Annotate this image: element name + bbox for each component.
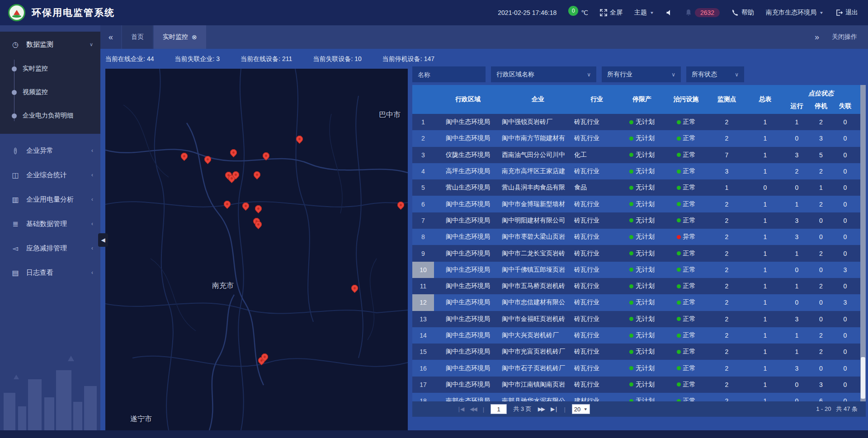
- table-row[interactable]: 1阆中生态环境局阆中强锐页岩砖厂砖瓦行业无计划正常21120: [412, 114, 860, 130]
- table-scrollbar[interactable]: [860, 85, 866, 401]
- table-row[interactable]: 8阆中生态环境局阆中市枣碧大梁山页岩砖瓦行业无计划异常21300: [412, 229, 860, 245]
- cell-industry: 砖瓦行业: [574, 278, 619, 294]
- cell-production-limit: 无计划: [619, 147, 665, 163]
- table-row[interactable]: 14阆中生态环境局阆中大兴页岩机砖厂砖瓦行业无计划正常21120: [412, 327, 860, 344]
- sidebar-item[interactable]: ▤日志查看‹: [0, 260, 100, 285]
- sidebar-item[interactable]: !企业异常‹: [0, 138, 100, 163]
- fullscreen-button[interactable]: 全屏: [600, 9, 623, 17]
- sidebar-subitem[interactable]: 视频监控: [0, 80, 100, 104]
- table-row[interactable]: 3仪陇生态环境局西南油气田分公司川中化工无计划正常71350: [412, 147, 860, 163]
- table-row[interactable]: 5营山生态环境局营山县润丰肉食品有限食品无计划正常10010: [412, 179, 860, 196]
- sidebar-collapse-button[interactable]: ◀: [98, 233, 108, 247]
- status-filter-select[interactable]: 所有状态 ∨: [686, 66, 744, 82]
- logout-button[interactable]: 退出: [835, 9, 858, 17]
- table-row[interactable]: 15阆中生态环境局阆中市光富页岩机砖厂砖瓦行业无计划正常21120: [412, 344, 860, 360]
- table-row[interactable]: 2阆中生态环境局阆中市南方节能建材有砖瓦行业无计划正常21030: [412, 130, 860, 146]
- status-dot-green: [677, 350, 681, 354]
- table-row[interactable]: 17阆中生态环境局阆中市江南镇阆南页岩砖瓦行业无计划正常21030: [412, 377, 860, 393]
- status-dot-green: [677, 317, 681, 321]
- page-number-input[interactable]: [491, 404, 507, 414]
- sidebar-subitem[interactable]: 实时监控: [0, 57, 100, 80]
- table-row[interactable]: 4高坪生态环境局南充市高坪区王家店建砖瓦行业无计划正常31220: [412, 163, 860, 179]
- cell-running: 1: [784, 278, 809, 294]
- cell-offline: 0: [833, 229, 858, 245]
- phone-icon: [731, 9, 739, 16]
- cell-production-limit: 无计划: [619, 179, 665, 196]
- table-row[interactable]: 9阆中生态环境局阆中市二龙长宝页岩砖砖瓦行业无计划正常21120: [412, 245, 860, 261]
- close-icon[interactable]: ⊗: [192, 33, 197, 41]
- cell-production-limit: 无计划: [619, 163, 665, 179]
- cell-region: 阆中生态环境局: [434, 311, 502, 327]
- table-row[interactable]: 16阆中生态环境局阆中市石子页岩机砖厂砖瓦行业无计划正常21300: [412, 360, 860, 376]
- sound-toggle[interactable]: [666, 9, 673, 16]
- cell-stopped: 2: [809, 163, 833, 179]
- cell-total-meters: 1: [746, 196, 784, 212]
- cell-running: 1: [784, 344, 809, 360]
- next-page-button[interactable]: ▶▶: [538, 406, 544, 412]
- total-pages-label: 共 3 页: [513, 405, 531, 413]
- cell-monitor-points: 2: [708, 262, 746, 278]
- tab-realtime-monitor[interactable]: 实时监控 ⊗: [154, 25, 206, 49]
- tabs-scroll-left-button[interactable]: «: [100, 25, 121, 49]
- table-row[interactable]: 6阆中生态环境局阆中市金博瑞新型墙材砖瓦行业无计划正常21120: [412, 196, 860, 212]
- cell-industry: 砖瓦行业: [574, 196, 619, 212]
- theme-dropdown[interactable]: 主题 ▼: [634, 9, 654, 17]
- chevron-left-icon: ‹: [91, 221, 93, 227]
- table-row[interactable]: 18南部生态环境局南部县驰华水泥有限公建材行业无计划正常21060: [412, 393, 860, 401]
- org-dropdown[interactable]: 南充市生态环境局 ▼: [766, 9, 824, 17]
- row-index: 15: [412, 344, 434, 360]
- sidebar-item[interactable]: ◫企业综合统计‹: [0, 163, 100, 187]
- col-offline: 失联: [833, 99, 858, 114]
- prev-page-button[interactable]: ◀◀: [470, 406, 476, 412]
- cell-total-meters: 1: [746, 130, 784, 146]
- table-row[interactable]: 7阆中生态环境局阆中明阳建材有限公司砖瓦行业无计划正常21300: [412, 212, 860, 229]
- cell-enterprise: 阆中市金博瑞新型墙材: [502, 196, 574, 212]
- cell-stopped: 3: [809, 377, 833, 393]
- page-size-select[interactable]: 20 ▼: [572, 404, 590, 414]
- table-row[interactable]: 13阆中生态环境局阆中市金福旺页岩机砖砖瓦行业无计划正常21300: [412, 311, 860, 327]
- sidebar-item[interactable]: ▥企业用电量分析‹: [0, 187, 100, 212]
- sidebar-item[interactable]: ≣基础数据管理‹: [0, 212, 100, 236]
- cell-total-meters: 1: [746, 147, 784, 163]
- sidebar-group-data-monitoring: ◷ 数据监测 ∨ 实时监控视频监控企业电力负荷明细: [0, 32, 100, 134]
- cell-enterprise: 阆中市枣碧大梁山页岩: [502, 229, 574, 245]
- cell-monitor-points: 2: [708, 114, 746, 130]
- status-dot-green: [677, 202, 681, 206]
- map-panel[interactable]: 巴中市南充市遂宁市: [105, 69, 408, 430]
- notification-count-badge[interactable]: 2632: [695, 8, 720, 17]
- sidebar-subitem[interactable]: 企业电力负荷明细: [0, 104, 100, 127]
- scrollbar-thumb[interactable]: [861, 357, 865, 399]
- status-dot-green: [677, 170, 681, 174]
- cell-offline: 0: [833, 377, 858, 393]
- row-index: 7: [412, 212, 434, 229]
- map-city-label: 遂宁市: [130, 414, 152, 424]
- cell-stopped: 3: [809, 130, 833, 146]
- table-row[interactable]: 12阆中生态环境局阆中市忠信建材有限公砖瓦行业无计划正常21003: [412, 294, 860, 311]
- close-operations-button[interactable]: 关闭操作: [832, 33, 857, 41]
- cell-monitor-points: 2: [708, 360, 746, 376]
- table-row[interactable]: 11阆中生态环境局阆中市五马桥页岩机砖砖瓦行业无计划正常21120: [412, 278, 860, 294]
- stat-item: 当前在线设备:211: [241, 55, 292, 63]
- status-dot-green: [629, 350, 633, 354]
- last-page-button[interactable]: ▶❘: [551, 406, 557, 412]
- bell-icon[interactable]: [685, 9, 692, 16]
- sidebar-item-data-monitoring[interactable]: ◷ 数据监测 ∨: [0, 32, 100, 57]
- name-filter-input[interactable]: [412, 66, 486, 82]
- cell-pollution-facility: 正常: [665, 245, 708, 261]
- cell-production-limit: 无计划: [619, 212, 665, 229]
- first-page-button[interactable]: ❘◀: [457, 406, 463, 412]
- cell-region: 阆中生态环境局: [434, 344, 502, 360]
- industry-filter-select[interactable]: 所有行业 ∨: [602, 66, 681, 82]
- table-row[interactable]: 10阆中生态环境局阆中千佛镇五郎垭页岩砖瓦行业无计划正常21003: [412, 262, 860, 278]
- cell-total-meters: 1: [746, 245, 784, 261]
- cell-total-meters: 1: [746, 294, 784, 311]
- cell-monitor-points: 2: [708, 377, 746, 393]
- status-dot-green: [677, 218, 681, 222]
- sidebar-item[interactable]: ◅应急减排管理‹: [0, 236, 100, 260]
- tab-home[interactable]: 首页: [122, 25, 153, 49]
- tabs-scroll-right-button[interactable]: »: [815, 33, 819, 42]
- help-button[interactable]: 帮助: [731, 9, 754, 17]
- cell-total-meters: 1: [746, 393, 784, 401]
- region-filter-select[interactable]: 行政区域名称 ∨: [491, 66, 596, 82]
- cell-monitor-points: 2: [708, 294, 746, 311]
